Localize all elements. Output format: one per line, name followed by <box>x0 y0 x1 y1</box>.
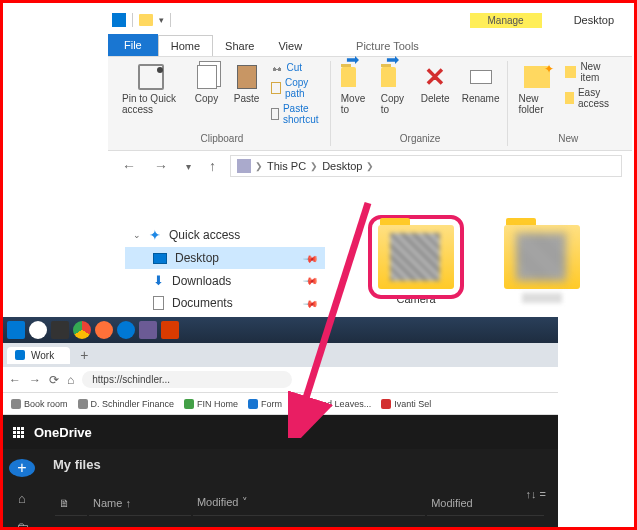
pin-icon <box>137 63 165 91</box>
new-item-icon <box>565 66 576 78</box>
sidebar-quick-access[interactable]: ⌄ ✦ Quick access <box>125 223 325 247</box>
folder-icon <box>504 225 580 289</box>
search-icon[interactable] <box>29 321 47 339</box>
app-icon[interactable] <box>161 321 179 339</box>
label: Copy <box>195 93 218 104</box>
col-icon[interactable]: 🗎 <box>55 490 87 516</box>
copy-to-icon: ➡ <box>381 63 409 91</box>
breadcrumb[interactable]: ❯ This PC ❯ Desktop ❯ <box>230 155 622 177</box>
label: New folder <box>518 93 554 115</box>
rename-button[interactable]: Rename <box>460 61 502 106</box>
chevron-right-icon: ❯ <box>366 161 374 171</box>
ribbon-group-organize: ➡ Move to ➡ Copy to ✕ Delete Rename Orga… <box>333 61 509 146</box>
bookmark[interactable]: Form <box>248 399 282 409</box>
my-files-heading: My files <box>53 457 546 472</box>
onedrive-body: + ⌂ 🗀 👥 My files ↑↓ = 🗎 Name ↑ Modified … <box>3 449 558 530</box>
files-icon[interactable]: 🗀 <box>16 520 29 530</box>
chevron-down-icon: ⌄ <box>133 230 141 240</box>
tab-file[interactable]: File <box>108 34 158 56</box>
label: Pin to Quick access <box>122 93 181 115</box>
tab-share[interactable]: Share <box>213 36 266 56</box>
paste-icon <box>233 63 261 91</box>
bookmark-icon <box>381 399 391 409</box>
manage-tab[interactable]: Manage <box>470 13 542 28</box>
home-icon[interactable]: ⌂ <box>18 491 26 506</box>
bookmark-icon <box>248 399 258 409</box>
cut-icon <box>271 61 283 73</box>
folder-icon <box>378 225 454 289</box>
tab-favicon <box>15 350 25 360</box>
back-button[interactable]: ← <box>118 158 140 174</box>
crumb-desktop[interactable]: Desktop <box>322 160 362 172</box>
ribbon-group-new: New folder New item Easy access New <box>510 61 626 146</box>
forward-button[interactable]: → <box>150 158 172 174</box>
delete-icon: ✕ <box>421 63 449 91</box>
browser-tab-work[interactable]: Work <box>7 347 70 364</box>
bookmark[interactable]: ay and Leaves... <box>292 399 371 409</box>
edge-icon[interactable] <box>117 321 135 339</box>
firefox-icon[interactable] <box>95 321 113 339</box>
table-row[interactable]: ▬ June 19, 2023 Sunny W <box>55 518 544 530</box>
clipboard-small: Cut Copy path Paste shortcut <box>271 61 324 125</box>
tab-home[interactable]: Home <box>158 35 213 56</box>
rename-icon <box>467 63 495 91</box>
copy-button[interactable]: Copy <box>191 61 223 106</box>
folder-icon <box>59 527 75 530</box>
new-folder-button[interactable]: New folder <box>516 61 556 117</box>
bookmark[interactable]: FIN Home <box>184 399 238 409</box>
folder-icon <box>139 14 153 26</box>
pin-to-quick-access-button[interactable]: Pin to Quick access <box>120 61 183 117</box>
onenote-icon[interactable] <box>139 321 157 339</box>
pc-icon <box>237 159 251 173</box>
app-launcher-icon[interactable] <box>13 427 24 438</box>
copy-to-button[interactable]: ➡ Copy to <box>379 61 411 117</box>
copy-icon <box>193 63 221 91</box>
files-table: 🗎 Name ↑ Modified ˅ Modified ▬ June 19, … <box>53 488 546 530</box>
ribbon-tabs: File Home Share View Picture Tools <box>108 31 632 56</box>
history-dropdown[interactable]: ▾ <box>182 161 195 172</box>
onedrive-sidebar: + ⌂ 🗀 👥 <box>3 449 41 530</box>
windows-start-icon[interactable] <box>7 321 25 339</box>
url-bar: ← → ⟳ ⌂ <box>3 367 558 393</box>
pin-icon: 📌 <box>303 272 319 288</box>
delete-button[interactable]: ✕ Delete <box>419 61 452 106</box>
bookmark[interactable]: Book room <box>11 399 68 409</box>
sidebar-item-documents[interactable]: Documents 📌 <box>125 292 325 314</box>
bookmark-icon <box>292 399 302 409</box>
folder-item[interactable] <box>504 225 580 305</box>
folder-view: Camera <box>378 225 580 305</box>
new-tab-button[interactable]: + <box>74 347 94 363</box>
dropdown-icon[interactable]: ▾ <box>159 15 164 25</box>
up-button[interactable]: ↑ <box>205 158 220 174</box>
sidebar-item-downloads[interactable]: ⬇ Downloads 📌 <box>125 269 325 292</box>
folder-item-camera[interactable]: Camera <box>378 225 454 305</box>
task-view-icon[interactable] <box>51 321 69 339</box>
sidebar-item-desktop[interactable]: Desktop 📌 <box>125 247 325 269</box>
forward-button[interactable]: → <box>29 373 41 387</box>
bookmark[interactable]: Ivanti Sel <box>381 399 431 409</box>
new-item-button[interactable]: New item <box>565 61 620 83</box>
cut-button[interactable]: Cut <box>271 61 324 73</box>
col-name[interactable]: Name ↑ <box>89 490 191 516</box>
bookmark-icon <box>184 399 194 409</box>
move-to-button[interactable]: ➡ Move to <box>339 61 371 117</box>
col-modified[interactable]: Modified ˅ <box>193 490 425 516</box>
move-to-icon: ➡ <box>341 63 369 91</box>
copy-path-button[interactable]: Copy path <box>271 77 324 99</box>
back-button[interactable]: ← <box>9 373 21 387</box>
tab-view[interactable]: View <box>266 36 314 56</box>
crumb-this-pc[interactable]: This PC <box>267 160 306 172</box>
paste-shortcut-button[interactable]: Paste shortcut <box>271 103 324 125</box>
add-button[interactable]: + <box>9 459 35 477</box>
separator <box>132 13 133 27</box>
document-icon <box>153 296 164 310</box>
refresh-button[interactable]: ⟳ <box>49 373 59 387</box>
chrome-icon[interactable] <box>73 321 91 339</box>
sort-controls[interactable]: ↑↓ = <box>526 488 546 500</box>
star-icon: ✦ <box>149 227 161 243</box>
url-input[interactable] <box>82 371 292 388</box>
home-button[interactable]: ⌂ <box>67 373 74 387</box>
paste-button[interactable]: Paste <box>231 61 263 106</box>
bookmark[interactable]: D. Schindler Finance <box>78 399 175 409</box>
easy-access-button[interactable]: Easy access <box>565 87 620 109</box>
